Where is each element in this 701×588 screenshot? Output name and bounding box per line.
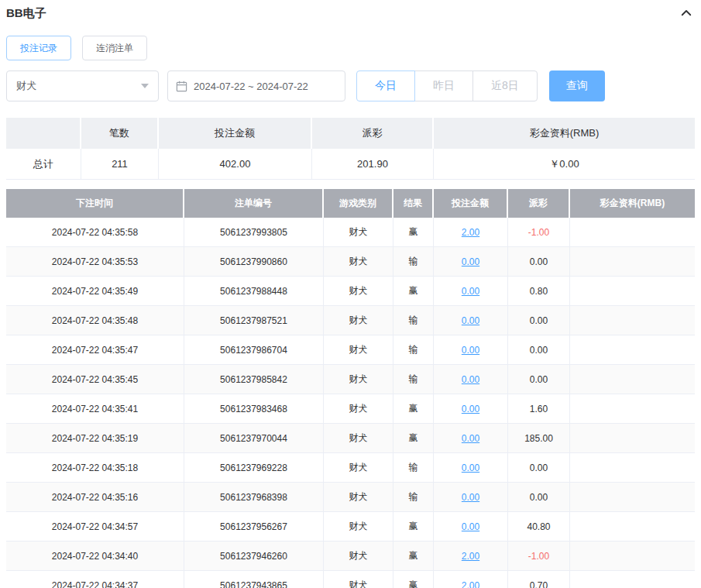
- summary-payout-value: 201.90: [312, 149, 434, 179]
- header-order-id: 注单编号: [184, 189, 324, 218]
- bet-amount-link[interactable]: 0.00: [462, 521, 479, 532]
- order-id-cell: 5061237988448: [184, 277, 324, 305]
- chevron-down-icon: [141, 84, 149, 88]
- quick-today-button[interactable]: 今日: [356, 70, 415, 101]
- bet-record-row: 2024-07-22 04:35:185061237969228财犬输0.000…: [6, 453, 695, 483]
- bet-time-cell: 2024-07-22 04:34:40: [6, 542, 184, 570]
- game-type-cell: 财犬: [324, 218, 393, 246]
- bet-amount-cell: 0.00: [434, 483, 508, 511]
- result-cell: 输: [393, 483, 434, 511]
- summary-count-value: 211: [81, 149, 159, 179]
- bet-amount-link[interactable]: 0.00: [462, 492, 479, 503]
- payout-cell: 1.60: [508, 394, 570, 423]
- payout-cell: 0.00: [508, 335, 570, 364]
- bonus-cell: [570, 335, 695, 364]
- bet-amount-link[interactable]: 0.00: [462, 374, 479, 385]
- bet-amount-cell: 0.00: [434, 365, 508, 394]
- quick-last8days-button[interactable]: 近8日: [472, 70, 538, 101]
- bet-amount-link[interactable]: 0.00: [462, 433, 479, 444]
- payout-cell: 40.80: [508, 512, 570, 541]
- collapse-panel-button[interactable]: [679, 6, 695, 20]
- bet-record-row: 2024-07-22 04:35:195061237970044财犬赢0.001…: [6, 424, 695, 453]
- bet-amount-link[interactable]: 0.00: [462, 286, 479, 297]
- game-type-cell: 财犬: [324, 512, 393, 541]
- result-cell: 赢: [393, 424, 434, 452]
- bet-amount-cell: 2.00: [434, 542, 508, 570]
- game-type-cell: 财犬: [324, 306, 393, 335]
- payout-cell: 0.00: [508, 306, 570, 335]
- quick-yesterday-button[interactable]: 昨日: [414, 70, 473, 101]
- bet-amount-link[interactable]: 0.00: [462, 462, 479, 473]
- bet-table: 下注时间 注单编号 游戏类别 结果 投注金额 派彩 彩金资料(RMB) 2024…: [6, 189, 695, 588]
- bet-record-row: 2024-07-22 04:35:165061237968398财犬输0.000…: [6, 483, 695, 512]
- payout-cell: 0.00: [508, 247, 570, 276]
- search-button[interactable]: 查询: [549, 70, 605, 101]
- bonus-cell: [570, 483, 695, 511]
- summary-header-blank: [6, 118, 81, 149]
- payout-cell: 0.80: [508, 277, 570, 305]
- bet-amount-cell: 0.00: [434, 394, 508, 423]
- summary-table: 笔数 投注金额 派彩 彩金资料(RMB) 总计 211 402.00 201.9…: [6, 118, 695, 180]
- bet-amount-link[interactable]: 0.00: [462, 315, 479, 326]
- order-id-cell: 5061237986704: [184, 335, 324, 364]
- game-select-value: 财犬: [16, 79, 36, 93]
- bonus-cell: [570, 394, 695, 423]
- bonus-cell: [570, 512, 695, 541]
- bet-amount-link[interactable]: 2.00: [462, 227, 479, 238]
- summary-total-label: 总计: [6, 149, 81, 179]
- filter-bar: 财犬 2024-07-22 ~ 2024-07-22 今日 昨日 近8日 查询: [6, 70, 695, 101]
- game-select[interactable]: 财犬: [6, 70, 159, 101]
- bonus-cell: [570, 365, 695, 394]
- bet-amount-cell: 0.00: [434, 424, 508, 452]
- bet-amount-cell: 0.00: [434, 512, 508, 541]
- bet-amount-cell: 0.00: [434, 335, 508, 364]
- order-id-cell: 5061237993805: [184, 218, 324, 246]
- bonus-cell: [570, 453, 695, 482]
- order-id-cell: 5061237943865: [184, 571, 324, 588]
- bet-record-row: 2024-07-22 04:35:495061237988448财犬赢0.000…: [6, 277, 695, 306]
- date-range-input[interactable]: 2024-07-22 ~ 2024-07-22: [167, 70, 345, 101]
- bet-time-cell: 2024-07-22 04:35:49: [6, 277, 184, 305]
- result-cell: 输: [393, 306, 434, 335]
- bet-record-row: 2024-07-22 04:35:415061237983468财犬赢0.001…: [6, 394, 695, 424]
- calendar-icon: [176, 81, 187, 92]
- bet-amount-link[interactable]: 0.00: [462, 345, 479, 356]
- summary-header-bet-amount: 投注金额: [159, 118, 312, 149]
- bet-record-row: 2024-07-22 04:35:485061237987521财犬输0.000…: [6, 306, 695, 335]
- tab-chain-cancel-orders[interactable]: 连消注单: [82, 36, 147, 60]
- summary-total-row: 总计 211 402.00 201.90 ￥0.00: [6, 149, 695, 180]
- summary-header-bonus: 彩金资料(RMB): [434, 118, 695, 149]
- bet-record-row: 2024-07-22 04:35:535061237990860财犬输0.000…: [6, 247, 695, 277]
- bet-amount-link[interactable]: 2.00: [462, 551, 479, 562]
- bet-time-cell: 2024-07-22 04:35:41: [6, 394, 184, 423]
- bet-record-row: 2024-07-22 04:34:575061237956267财犬赢0.004…: [6, 512, 695, 542]
- header-game-type: 游戏类别: [324, 189, 393, 218]
- bet-time-cell: 2024-07-22 04:35:19: [6, 424, 184, 452]
- result-cell: 输: [393, 335, 434, 364]
- tab-bet-records[interactable]: 投注记录: [6, 36, 71, 60]
- bet-time-cell: 2024-07-22 04:34:37: [6, 571, 184, 588]
- bet-amount-cell: 0.00: [434, 247, 508, 276]
- order-id-cell: 5061237983468: [184, 394, 324, 423]
- bet-time-cell: 2024-07-22 04:34:57: [6, 512, 184, 541]
- order-id-cell: 5061237987521: [184, 306, 324, 335]
- bet-amount-cell: 0.00: [434, 453, 508, 482]
- bet-table-header-row: 下注时间 注单编号 游戏类别 结果 投注金额 派彩 彩金资料(RMB): [6, 189, 695, 218]
- bonus-cell: [570, 218, 695, 246]
- bet-time-cell: 2024-07-22 04:35:45: [6, 365, 184, 394]
- bet-amount-link[interactable]: 2.00: [462, 580, 479, 588]
- bet-amount-link[interactable]: 0.00: [462, 256, 479, 267]
- quick-date-button-group: 今日 昨日 近8日: [356, 70, 538, 101]
- header-payout: 派彩: [508, 189, 570, 218]
- panel-title: BB电子: [6, 6, 46, 21]
- summary-header-count: 笔数: [81, 118, 159, 149]
- payout-cell: 0.00: [508, 453, 570, 482]
- bet-record-row: 2024-07-22 04:35:585061237993805财犬赢2.00-…: [6, 218, 695, 247]
- panel-header: BB电子: [6, 0, 695, 22]
- bet-record-row: 2024-07-22 04:34:375061237943865财犬赢2.000…: [6, 571, 695, 588]
- game-type-cell: 财犬: [324, 335, 393, 364]
- bonus-cell: [570, 306, 695, 335]
- bet-time-cell: 2024-07-22 04:35:18: [6, 453, 184, 482]
- game-type-cell: 财犬: [324, 483, 393, 511]
- bet-amount-link[interactable]: 0.00: [462, 404, 479, 414]
